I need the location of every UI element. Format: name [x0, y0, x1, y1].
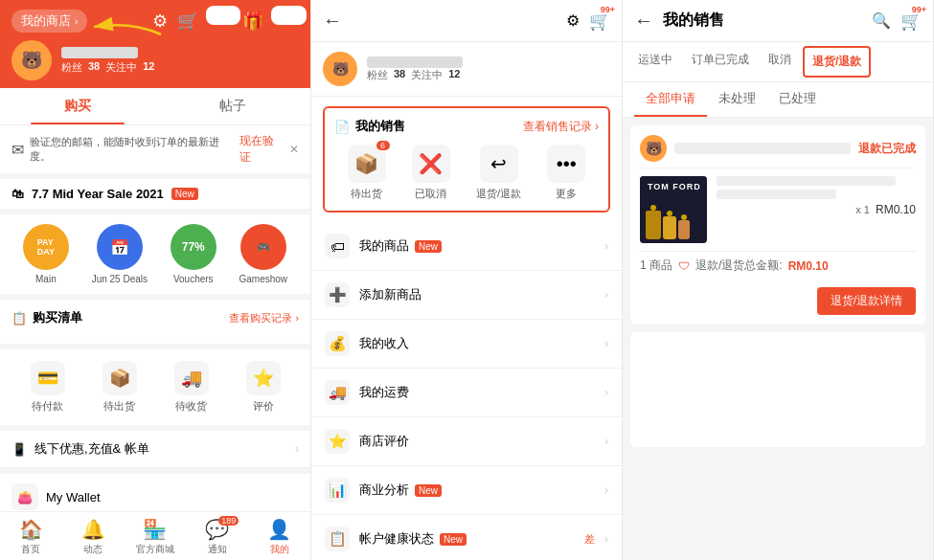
- offline-icon: 📱: [11, 442, 27, 457]
- nav-home[interactable]: 🏠 首页: [0, 518, 62, 556]
- product-row: TOM FORD x 1 RM0.10: [640, 176, 916, 243]
- nav-notif[interactable]: 💬 189 通知: [186, 518, 248, 556]
- p1-stats: 粉丝 38 关注中 12: [61, 60, 155, 75]
- order-count: 1 商品: [640, 258, 672, 274]
- panel-1: 我的商店 › ⚙ 🛒99+ 🎁99+ 🐻 粉丝 38 关注中 12: [0, 0, 311, 560]
- verify-link[interactable]: 现在验证: [239, 133, 284, 166]
- action-pending-ship[interactable]: 📦 待出货: [103, 361, 137, 414]
- p3-subtabs: 全部申请 未处理 已处理: [623, 82, 933, 118]
- feed-label: 动态: [83, 543, 103, 556]
- tab-posts[interactable]: 帖子: [155, 88, 310, 124]
- health-icon: 📋: [325, 526, 350, 551]
- feed-icon: 🔔: [81, 518, 105, 541]
- wishlist-section: 📋 购买清单 查看购买记录 ›: [0, 300, 310, 344]
- tab-buy[interactable]: 购买: [0, 88, 155, 124]
- rating-icon: ⭐: [325, 429, 350, 454]
- wishlist-header: 📋 购买清单 查看购买记录 ›: [11, 309, 299, 326]
- p2-settings-icon[interactable]: ⚙: [566, 11, 580, 30]
- p1-tabs: 购买 帖子: [0, 88, 310, 125]
- wallet-label: My Wallet: [46, 490, 101, 504]
- mail-icon: ✉: [11, 141, 24, 159]
- add-product-icon: ➕: [325, 282, 350, 307]
- promo-gameshow-label: Gameshow: [239, 274, 288, 284]
- tab-cancelled[interactable]: 取消: [759, 42, 801, 81]
- menu-my-products[interactable]: 🏷 我的商品 New ›: [311, 222, 622, 271]
- p2-fans-label: 粉丝: [367, 68, 388, 82]
- shipping-icon: 🚚: [325, 380, 350, 405]
- tab-completed[interactable]: 订单已完成: [682, 42, 759, 81]
- sales-cancelled-item[interactable]: ❌ 已取消: [412, 145, 450, 201]
- p2-sales-title-label: 我的销售: [355, 118, 405, 135]
- p3-header-icons: 🔍 🛒99+: [872, 11, 922, 32]
- home-label: 首页: [21, 543, 40, 556]
- sales-more-item[interactable]: ••• 更多: [547, 145, 585, 201]
- nav-me[interactable]: 👤 我的: [248, 518, 310, 556]
- product-name-bar-1: [717, 176, 896, 186]
- sales-cancelled-icon: ❌: [412, 145, 450, 183]
- wishlist-icon: 📋: [11, 311, 27, 325]
- p3-tabs-row: 运送中 订单已完成 取消 退货/退款: [623, 42, 933, 82]
- income-label: 我的收入: [359, 335, 595, 352]
- p3-search-icon[interactable]: 🔍: [872, 11, 891, 30]
- product-info: x 1 RM0.10: [717, 176, 916, 243]
- product-img-inner: [646, 211, 690, 239]
- sales-pending-icon: 📦: [348, 145, 386, 183]
- shipping-label: 我的运费: [359, 384, 595, 401]
- pending-pay-label: 待付款: [32, 399, 63, 414]
- cart-icon[interactable]: 🛒99+: [177, 11, 234, 32]
- shop-label: 我的商店: [21, 12, 71, 30]
- fans-label: 粉丝: [61, 60, 82, 75]
- detail-button[interactable]: 退货/退款详情: [817, 287, 916, 315]
- action-pending-pay[interactable]: 💳 待付款: [31, 361, 65, 414]
- menu-rating[interactable]: ⭐ 商店评价 ›: [311, 417, 622, 466]
- p2-cart-icon[interactable]: 🛒99+: [589, 11, 610, 32]
- bottle-2-icon: [663, 216, 676, 239]
- tab-return[interactable]: 退货/退款: [803, 46, 871, 78]
- subtab-processed[interactable]: 已处理: [767, 82, 828, 117]
- p2-sales-title: 📄 我的销售: [334, 118, 405, 135]
- subtab-all[interactable]: 全部申请: [634, 82, 707, 117]
- promo-main-label: Main: [35, 274, 57, 284]
- store-name-bar: [674, 143, 851, 154]
- subtab-pending[interactable]: 未处理: [707, 82, 767, 117]
- sales-return-item[interactable]: ↩ 退货/退款: [476, 145, 521, 201]
- p2-sales-link[interactable]: 查看销售记录 ›: [523, 119, 599, 135]
- sales-pending-badge: 6: [376, 141, 390, 150]
- wishlist-title: 📋 购买清单: [11, 309, 82, 326]
- order-status-label: 退款已完成: [858, 141, 916, 157]
- shop-button[interactable]: 我的商店 ›: [11, 10, 87, 33]
- settings-icon[interactable]: ⚙: [152, 11, 168, 32]
- close-icon[interactable]: ✕: [289, 143, 299, 156]
- gift-icon[interactable]: 🎁99+: [242, 11, 299, 32]
- offline-section[interactable]: 📱 线下优惠,充值& 帐单 ›: [0, 431, 310, 468]
- back-button[interactable]: ←: [323, 10, 342, 32]
- action-review[interactable]: ⭐ 评价: [246, 361, 281, 414]
- wishlist-link[interactable]: 查看购买记录 ›: [229, 311, 299, 325]
- menu-shipping[interactable]: 🚚 我的运费 ›: [311, 369, 622, 417]
- pending-receive-label: 待收货: [175, 399, 207, 414]
- p3-cart-icon[interactable]: 🛒99+: [900, 11, 922, 32]
- action-pending-receive[interactable]: 🚚 待收货: [174, 361, 209, 414]
- nav-official[interactable]: 🏪 官方商城: [125, 518, 187, 556]
- offline-label: 线下优惠,充值& 帐单: [34, 440, 149, 458]
- follow-count: 12: [143, 60, 154, 75]
- menu-add-product[interactable]: ➕ 添加新商品 ›: [311, 271, 622, 320]
- menu-income[interactable]: 💰 我的收入 ›: [311, 320, 622, 369]
- order-header: 🐻 退款已完成: [640, 135, 916, 168]
- sales-cancelled-label: 已取消: [415, 187, 446, 201]
- menu-analytics[interactable]: 📊 商业分析 New ›: [311, 466, 622, 515]
- tab-shipping[interactable]: 运送中: [628, 42, 682, 81]
- analytics-label: 商业分析 New: [359, 482, 595, 499]
- promo-jun: 📅 Jun 25 Deals: [92, 224, 148, 284]
- store-avatar: 🐻: [640, 135, 667, 162]
- health-arrow-icon: ›: [604, 532, 608, 546]
- sale-icon: 🛍: [11, 187, 24, 201]
- follow-label: 关注中: [105, 60, 137, 75]
- verify-bar: ✉ 验证您的邮箱，能随时收到订单的最新进度。 现在验证 ✕: [0, 125, 310, 173]
- sale-banner: 🛍 7.7 Mid Year Sale 2021 New: [0, 179, 310, 209]
- sales-pending-item[interactable]: 📦 6 待出货: [348, 145, 386, 201]
- menu-health[interactable]: 📋 帐户健康状态 New 差 ›: [311, 515, 622, 560]
- product-footer: x 1 RM0.10: [717, 203, 916, 216]
- nav-feed[interactable]: 🔔 动态: [62, 518, 125, 556]
- p3-back-button[interactable]: ←: [634, 10, 653, 32]
